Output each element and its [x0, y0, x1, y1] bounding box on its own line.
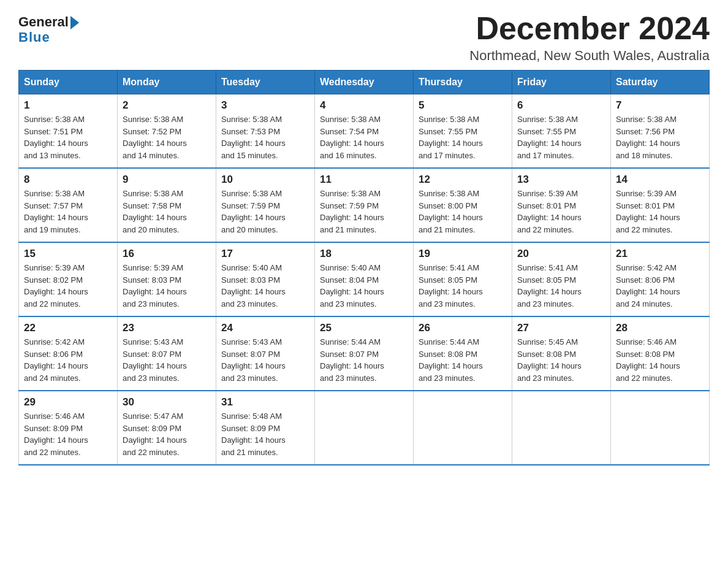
day-number: 2 [123, 99, 211, 112]
calendar-cell: 13Sunrise: 5:39 AMSunset: 8:01 PMDayligh… [512, 168, 611, 242]
day-number: 30 [123, 396, 211, 408]
calendar-cell: 27Sunrise: 5:45 AMSunset: 8:08 PMDayligh… [512, 316, 611, 391]
calendar-cell: 8Sunrise: 5:38 AMSunset: 7:57 PMDaylight… [19, 168, 118, 242]
weekday-header-sunday: Sunday [19, 71, 118, 94]
calendar-cell: 23Sunrise: 5:43 AMSunset: 8:07 PMDayligh… [118, 316, 216, 391]
calendar-cell: 7Sunrise: 5:38 AMSunset: 7:56 PMDaylight… [611, 94, 710, 169]
calendar-table: SundayMondayTuesdayWednesdayThursdayFrid… [18, 70, 710, 465]
day-info: Sunrise: 5:39 AMSunset: 8:02 PMDaylight:… [24, 262, 112, 310]
calendar-cell: 11Sunrise: 5:38 AMSunset: 7:59 PMDayligh… [315, 168, 414, 242]
calendar-cell: 16Sunrise: 5:39 AMSunset: 8:03 PMDayligh… [118, 242, 216, 316]
day-info: Sunrise: 5:38 AMSunset: 7:55 PMDaylight:… [517, 113, 605, 161]
calendar-cell: 26Sunrise: 5:44 AMSunset: 8:08 PMDayligh… [414, 316, 512, 391]
calendar-cell: 14Sunrise: 5:39 AMSunset: 8:01 PMDayligh… [611, 168, 710, 242]
day-info: Sunrise: 5:48 AMSunset: 8:09 PMDaylight:… [221, 410, 309, 458]
calendar-cell: 25Sunrise: 5:44 AMSunset: 8:07 PMDayligh… [315, 316, 414, 391]
calendar-week-row: 8Sunrise: 5:38 AMSunset: 7:57 PMDaylight… [19, 168, 710, 242]
day-number: 15 [24, 248, 112, 260]
calendar-week-row: 15Sunrise: 5:39 AMSunset: 8:02 PMDayligh… [19, 242, 710, 316]
day-info: Sunrise: 5:39 AMSunset: 8:03 PMDaylight:… [123, 262, 211, 310]
calendar-cell: 28Sunrise: 5:46 AMSunset: 8:08 PMDayligh… [611, 316, 710, 391]
day-number: 1 [24, 99, 112, 112]
day-number: 22 [24, 322, 112, 334]
day-number: 21 [616, 248, 704, 260]
calendar-cell: 3Sunrise: 5:38 AMSunset: 7:53 PMDaylight… [216, 94, 315, 169]
calendar-week-row: 22Sunrise: 5:42 AMSunset: 8:06 PMDayligh… [19, 316, 710, 391]
day-number: 20 [517, 248, 605, 260]
calendar-cell: 6Sunrise: 5:38 AMSunset: 7:55 PMDaylight… [512, 94, 611, 169]
day-info: Sunrise: 5:43 AMSunset: 8:07 PMDaylight:… [221, 336, 309, 384]
calendar-cell: 9Sunrise: 5:38 AMSunset: 7:58 PMDaylight… [118, 168, 216, 242]
day-info: Sunrise: 5:38 AMSunset: 7:52 PMDaylight:… [123, 113, 211, 161]
day-number: 5 [419, 99, 507, 112]
title-block: December 2024 Northmead, New South Wales… [469, 12, 710, 64]
day-info: Sunrise: 5:38 AMSunset: 7:58 PMDaylight:… [123, 188, 211, 236]
calendar-cell: 12Sunrise: 5:38 AMSunset: 8:00 PMDayligh… [414, 168, 512, 242]
calendar-cell [611, 391, 710, 465]
day-info: Sunrise: 5:44 AMSunset: 8:07 PMDaylight:… [320, 336, 408, 384]
day-info: Sunrise: 5:39 AMSunset: 8:01 PMDaylight:… [616, 188, 704, 236]
calendar-cell: 4Sunrise: 5:38 AMSunset: 7:54 PMDaylight… [315, 94, 414, 169]
day-info: Sunrise: 5:47 AMSunset: 8:09 PMDaylight:… [123, 410, 211, 458]
day-number: 27 [517, 322, 605, 334]
day-info: Sunrise: 5:38 AMSunset: 7:59 PMDaylight:… [320, 188, 408, 236]
day-number: 19 [419, 248, 507, 260]
calendar-cell: 15Sunrise: 5:39 AMSunset: 8:02 PMDayligh… [19, 242, 118, 316]
day-info: Sunrise: 5:42 AMSunset: 8:06 PMDaylight:… [24, 336, 112, 384]
calendar-cell: 19Sunrise: 5:41 AMSunset: 8:05 PMDayligh… [414, 242, 512, 316]
calendar-cell: 17Sunrise: 5:40 AMSunset: 8:03 PMDayligh… [216, 242, 315, 316]
calendar-cell: 18Sunrise: 5:40 AMSunset: 8:04 PMDayligh… [315, 242, 414, 316]
weekday-header-row: SundayMondayTuesdayWednesdayThursdayFrid… [19, 71, 710, 94]
calendar-cell: 20Sunrise: 5:41 AMSunset: 8:05 PMDayligh… [512, 242, 611, 316]
day-info: Sunrise: 5:46 AMSunset: 8:08 PMDaylight:… [616, 336, 704, 384]
day-info: Sunrise: 5:41 AMSunset: 8:05 PMDaylight:… [517, 262, 605, 310]
day-info: Sunrise: 5:38 AMSunset: 7:51 PMDaylight:… [24, 113, 112, 161]
day-number: 16 [123, 248, 211, 260]
weekday-header-wednesday: Wednesday [315, 71, 414, 94]
calendar-cell: 30Sunrise: 5:47 AMSunset: 8:09 PMDayligh… [118, 391, 216, 465]
calendar-cell: 29Sunrise: 5:46 AMSunset: 8:09 PMDayligh… [19, 391, 118, 465]
calendar-cell [315, 391, 414, 465]
day-info: Sunrise: 5:43 AMSunset: 8:07 PMDaylight:… [123, 336, 211, 384]
day-info: Sunrise: 5:38 AMSunset: 8:00 PMDaylight:… [419, 188, 507, 236]
day-number: 25 [320, 322, 408, 334]
day-info: Sunrise: 5:38 AMSunset: 7:56 PMDaylight:… [616, 113, 704, 161]
calendar-cell [512, 391, 611, 465]
day-number: 24 [221, 322, 309, 334]
day-info: Sunrise: 5:38 AMSunset: 7:53 PMDaylight:… [221, 113, 309, 161]
day-info: Sunrise: 5:44 AMSunset: 8:08 PMDaylight:… [419, 336, 507, 384]
day-number: 29 [24, 396, 112, 408]
day-number: 12 [419, 174, 507, 186]
weekday-header-monday: Monday [118, 71, 216, 94]
page-header: General Blue December 2024 Northmead, Ne… [18, 12, 710, 64]
day-number: 7 [616, 99, 704, 112]
day-number: 18 [320, 248, 408, 260]
day-number: 9 [123, 174, 211, 186]
logo-blue: Blue [18, 29, 50, 45]
day-info: Sunrise: 5:45 AMSunset: 8:08 PMDaylight:… [517, 336, 605, 384]
day-number: 23 [123, 322, 211, 334]
calendar-cell: 22Sunrise: 5:42 AMSunset: 8:06 PMDayligh… [19, 316, 118, 391]
day-info: Sunrise: 5:38 AMSunset: 7:54 PMDaylight:… [320, 113, 408, 161]
day-number: 3 [221, 99, 309, 112]
day-number: 6 [517, 99, 605, 112]
calendar-cell: 2Sunrise: 5:38 AMSunset: 7:52 PMDaylight… [118, 94, 216, 169]
month-year: December 2024 [469, 12, 710, 44]
day-number: 11 [320, 174, 408, 186]
calendar-cell: 31Sunrise: 5:48 AMSunset: 8:09 PMDayligh… [216, 391, 315, 465]
day-info: Sunrise: 5:39 AMSunset: 8:01 PMDaylight:… [517, 188, 605, 236]
day-number: 31 [221, 396, 309, 408]
calendar-week-row: 29Sunrise: 5:46 AMSunset: 8:09 PMDayligh… [19, 391, 710, 465]
weekday-header-saturday: Saturday [611, 71, 710, 94]
day-number: 17 [221, 248, 309, 260]
location: Northmead, New South Wales, Australia [469, 48, 710, 64]
day-number: 14 [616, 174, 704, 186]
day-number: 26 [419, 322, 507, 334]
calendar-week-row: 1Sunrise: 5:38 AMSunset: 7:51 PMDaylight… [19, 94, 710, 169]
weekday-header-tuesday: Tuesday [216, 71, 315, 94]
day-info: Sunrise: 5:41 AMSunset: 8:05 PMDaylight:… [419, 262, 507, 310]
calendar-cell: 10Sunrise: 5:38 AMSunset: 7:59 PMDayligh… [216, 168, 315, 242]
calendar-cell [414, 391, 512, 465]
weekday-header-thursday: Thursday [414, 71, 512, 94]
day-info: Sunrise: 5:38 AMSunset: 7:57 PMDaylight:… [24, 188, 112, 236]
